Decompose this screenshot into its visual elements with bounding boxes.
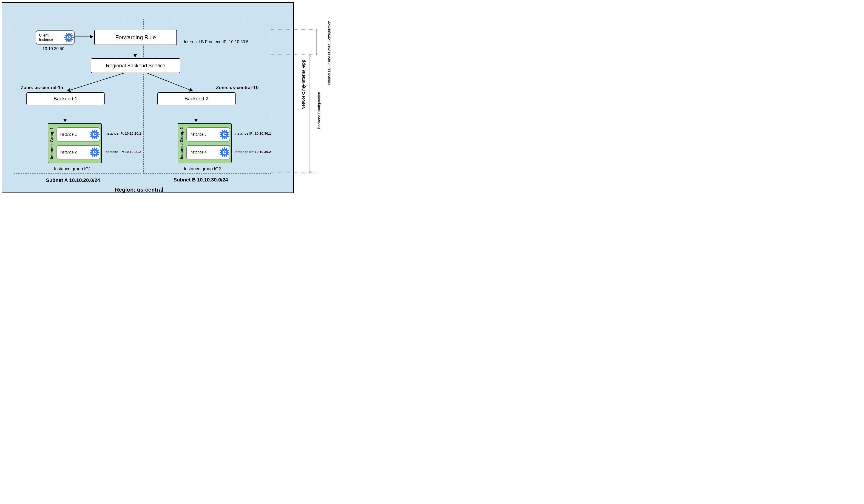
forwarding-rule-label: Forwarding Rule [115, 34, 156, 41]
instance-1-label: Instance 1 [60, 132, 77, 136]
instance-group-1-box: Instance Group 1 Instance 1 Instance 2 [48, 123, 102, 163]
instance-1-ip-label: Instance IP: 10.10.20.1 [105, 131, 141, 135]
instance-2-ip-label: Instance IP: 10.10.20.2 [105, 150, 141, 154]
ig2-caption: Instance group IG2 [184, 166, 221, 171]
instance-2-box: Instance 2 [57, 145, 100, 159]
instance-4-label: Instance 4 [190, 150, 207, 154]
diagram-canvas: Client Instance [0, 0, 336, 195]
regional-backend-service-label: Regional Backend Service [106, 63, 165, 69]
backend-1-box: Backend 1 [26, 92, 105, 105]
client-ip-label: 10.10.20.50 [43, 46, 64, 51]
backend-2-box: Backend 2 [157, 92, 236, 105]
region-label: Region: us-central [115, 187, 164, 193]
gear-play-icon [89, 129, 100, 140]
instance-3-ip-label: Instance IP: 10.10.30.1 [235, 131, 271, 135]
regional-backend-service-box: Regional Backend Service [91, 58, 180, 73]
gear-play-icon [64, 32, 74, 43]
instance-group-2-title: Instance Group 2 [179, 123, 184, 163]
client-instance-label: Client Instance [39, 33, 53, 41]
zone-a-label: Zone: us-central-1a [21, 85, 63, 90]
frontend-ip-label: Internal LB Frontend IP: 10.10.30.5 [184, 39, 248, 44]
zone-b-label: Zone: us-central-1b [216, 85, 259, 90]
instance-4-ip-label: Instance IP: 10.10.30.2 [235, 150, 271, 154]
backend-2-label: Backend 2 [184, 96, 208, 102]
instance-1-box: Instance 1 [57, 127, 100, 142]
instance-4-box: Instance 4 [187, 145, 230, 159]
forwarding-rule-box: Forwarding Rule [94, 30, 177, 45]
instance-2-label: Instance 2 [60, 150, 77, 154]
subnet-b-label: Subnet B 10.10.30.0/24 [173, 177, 228, 183]
backend-1-label: Backend 1 [53, 96, 77, 102]
instance-3-box: Instance 3 [187, 127, 230, 142]
svg-rect-0 [68, 33, 70, 34]
subnet-a-label: Subnet A 10.10.20.0/24 [46, 177, 100, 183]
ig1-caption: Instance group IG1 [54, 166, 91, 171]
backend-config-label: Backend Configuration [317, 92, 321, 129]
gear-play-icon [219, 147, 230, 157]
gear-play-icon [89, 147, 100, 157]
gear-play-icon [219, 129, 230, 140]
client-instance-box: Client Instance [36, 30, 75, 45]
network-box: Client Instance [2, 2, 294, 193]
network-name-label: Network: my-internal-app [301, 60, 306, 110]
ilb-config-label: Internal LB IP and related Configuration [327, 21, 331, 85]
instance-3-label: Instance 3 [190, 132, 207, 136]
instance-group-1-title: Instance Group 1 [49, 123, 55, 163]
instance-group-2-box: Instance Group 2 Instance 3 Instance 4 [178, 123, 232, 163]
